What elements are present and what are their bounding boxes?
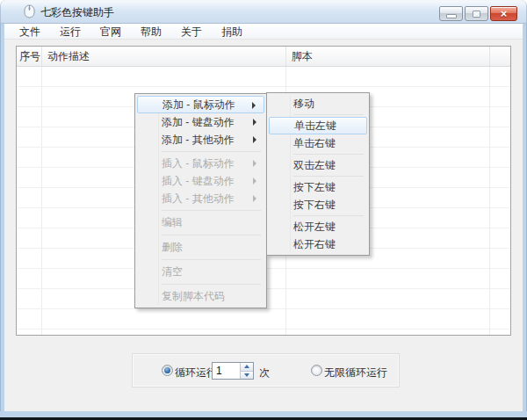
column-header-spacer: [490, 47, 510, 66]
up-arrow-icon: [244, 365, 249, 368]
window-frame-left: [0, 24, 4, 411]
menu-item-copy-script: 复制脚本代码: [137, 287, 264, 306]
maximize-icon: [473, 11, 480, 18]
menubar-item-donate[interactable]: 捐助: [212, 24, 252, 40]
mouse-app-icon: [24, 4, 35, 18]
loop-run-label[interactable]: 循环运行: [175, 366, 217, 380]
menubar-item-site[interactable]: 官网: [90, 24, 131, 40]
menu-separator: [162, 259, 261, 260]
menu-bar: 文件 运行 官网 帮助 关于 捐助: [4, 24, 523, 40]
submenu-arrow-icon: [253, 177, 256, 185]
submenu-item-double-click-left[interactable]: 双击左键: [269, 156, 367, 174]
loop-count-input[interactable]: [213, 363, 243, 379]
submenu-arrow-icon: [252, 102, 256, 109]
window-frame-right: [523, 24, 527, 411]
spinner-up-button[interactable]: [241, 363, 253, 371]
spinner: [240, 363, 253, 379]
submenu-arrow-icon: [253, 160, 256, 167]
submenu-item-release-left[interactable]: 松开左键: [269, 218, 367, 235]
context-menu: 添加 - 鼠标动作 添加 - 键盘动作 添加 - 其他动作 插入 - 鼠标动作 …: [134, 93, 267, 308]
menu-item-insert-keyboard: 插入 - 键盘动作: [137, 172, 264, 190]
column-header-index[interactable]: 序号: [17, 47, 42, 66]
submenu-item-left-click[interactable]: 单击左键: [269, 117, 367, 134]
column-divider: [489, 67, 490, 335]
menu-item-delete: 删除: [137, 238, 264, 257]
times-label: 次: [259, 366, 270, 380]
menubar-item-file[interactable]: 文件: [10, 24, 50, 40]
submenu-arrow-icon: [253, 119, 256, 126]
down-arrow-icon: [244, 373, 249, 377]
window-controls: ×: [439, 6, 517, 21]
title-bar[interactable]: 七彩色按键助手 ×: [0, 0, 527, 24]
menu-separator: [162, 284, 261, 285]
menu-item-add-other[interactable]: 添加 - 其他动作: [137, 131, 264, 148]
table-header: 序号 动作描述 脚本: [17, 47, 510, 67]
submenu-item-release-right[interactable]: 松开右键: [269, 235, 367, 253]
submenu-item-move[interactable]: 移动: [269, 95, 367, 112]
loop-run-radio[interactable]: [162, 365, 173, 376]
menu-item-insert-mouse: 插入 - 鼠标动作: [137, 155, 264, 172]
minimize-button[interactable]: [439, 6, 463, 21]
menu-separator: [162, 210, 261, 211]
maximize-button[interactable]: [465, 6, 488, 21]
column-header-description[interactable]: 动作描述: [42, 47, 286, 66]
submenu-arrow-icon: [253, 195, 256, 202]
menu-separator: [162, 235, 261, 235]
loop-settings-group: 循环运行 次 无限循环运行: [132, 353, 400, 387]
submenu-item-press-left[interactable]: 按下左键: [269, 178, 367, 196]
column-divider: [41, 67, 42, 335]
menubar-item-help[interactable]: 帮助: [131, 24, 171, 40]
menu-separator: [162, 151, 261, 152]
menubar-item-about[interactable]: 关于: [171, 24, 212, 40]
menu-separator: [293, 176, 364, 177]
infinite-loop-label[interactable]: 无限循环运行: [324, 366, 387, 380]
submenu-item-press-right[interactable]: 按下右键: [269, 196, 367, 214]
infinite-loop-radio[interactable]: [311, 365, 322, 376]
app-window: 七彩色按键助手 × 文件 运行 官网 帮助 关于 捐助 序号 动作描述 脚本: [0, 0, 527, 420]
loop-count-spinbox: [212, 362, 254, 380]
menu-separator: [293, 114, 364, 115]
menu-separator: [293, 215, 364, 216]
spinner-down-button[interactable]: [241, 371, 253, 380]
menu-item-edit: 编辑: [137, 214, 264, 232]
window-title: 七彩色按键助手: [40, 5, 114, 20]
close-button[interactable]: ×: [490, 6, 517, 21]
mouse-action-submenu: 移动 单击左键 单击右键 双击左键 按下左键 按下右键 松开左键 松开右键: [266, 92, 370, 256]
submenu-arrow-icon: [253, 136, 256, 143]
menubar-item-run[interactable]: 运行: [50, 24, 90, 40]
menu-item-clear: 清空: [137, 263, 264, 281]
menu-item-add-keyboard[interactable]: 添加 - 键盘动作: [137, 113, 264, 131]
window-frame-bottom: [0, 411, 527, 417]
column-header-script[interactable]: 脚本: [286, 47, 490, 66]
close-icon: ×: [501, 7, 508, 20]
menu-item-insert-other: 插入 - 其他动作: [137, 190, 264, 207]
menu-item-add-mouse[interactable]: 添加 - 鼠标动作: [137, 96, 264, 113]
minimize-icon: [446, 14, 457, 18]
menu-separator: [293, 154, 364, 155]
submenu-item-right-click[interactable]: 单击右键: [269, 134, 367, 152]
